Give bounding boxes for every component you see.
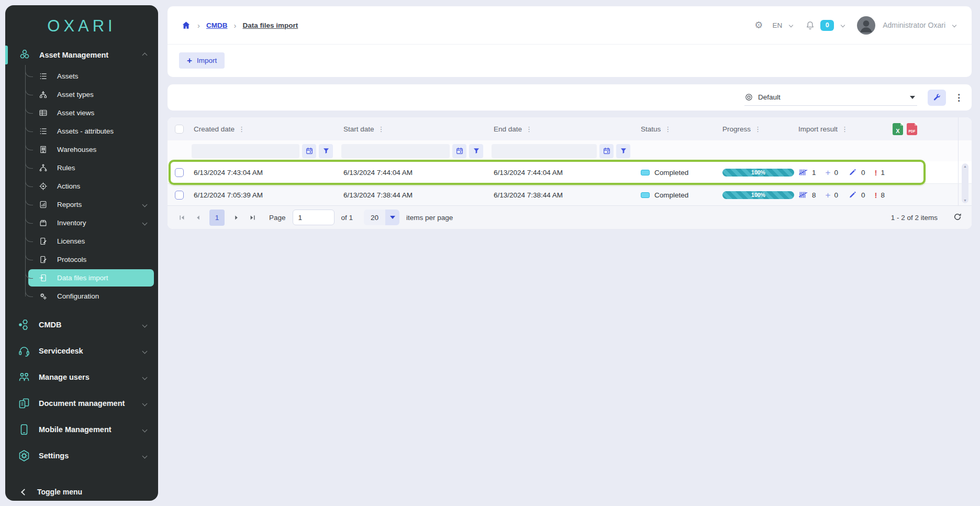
export-excel-icon[interactable]: X (893, 123, 903, 135)
avatar[interactable] (857, 16, 875, 35)
header-checkbox-cell (168, 117, 191, 140)
column-menu-icon[interactable]: ⋮ (754, 125, 761, 133)
sidebar-item-label: Asset views (57, 109, 94, 117)
column-menu-icon[interactable]: ⋮ (378, 125, 385, 133)
sidebar-item-rules[interactable]: Rules (5, 159, 158, 177)
column-header-status[interactable]: Status⋮ (638, 117, 719, 140)
breadcrumb-current[interactable]: Data files import (243, 21, 298, 29)
person-silhouette-icon (857, 16, 875, 35)
last-page-button[interactable] (248, 213, 257, 222)
headset-icon (18, 345, 30, 357)
status-label: Completed (654, 169, 688, 177)
column-header-end-date[interactable]: End date⋮ (491, 117, 638, 140)
chevron-down-icon[interactable] (841, 23, 845, 27)
vertical-scrollbar[interactable]: ▲ ▼ (962, 163, 968, 203)
items-per-page-select[interactable]: 20 (364, 210, 399, 225)
end-date-cell: 6/13/2024 7:38:44 AM (491, 184, 638, 206)
import-table-card: Created date⋮ Start date⋮ End date⋮ Stat… (168, 117, 972, 229)
start-date-filter-button[interactable] (469, 144, 483, 158)
created-date-filter-button[interactable] (319, 144, 333, 158)
sidebar-item-mobile-management[interactable]: Mobile Management (5, 416, 158, 443)
chevron-down-icon[interactable] (789, 23, 793, 27)
edited-count: 0 (848, 168, 865, 177)
processed-count: 8 (798, 191, 816, 199)
column-header-import-result[interactable]: Import result⋮ X PDF (795, 117, 958, 140)
column-label: Import result (798, 125, 838, 133)
start-date-filter-input[interactable] (341, 144, 450, 158)
column-menu-icon[interactable]: ⋮ (238, 125, 245, 133)
list-icon (39, 127, 48, 136)
sidebar-item-protocols[interactable]: Protocols (5, 250, 158, 269)
sidebar-item-assets-attributes[interactable]: Assets - attributes (5, 122, 158, 140)
table-row[interactable]: 6/12/2024 7:05:39 AM 6/13/2024 7:38:44 A… (168, 183, 972, 205)
created-date-filter-input[interactable] (192, 144, 299, 158)
column-header-start-date[interactable]: Start date⋮ (340, 117, 491, 140)
column-menu-icon[interactable]: ⋮ (664, 125, 671, 133)
funnel-icon (322, 147, 330, 155)
import-button[interactable]: + Import (179, 52, 225, 69)
sidebar-item-assets[interactable]: Assets (5, 67, 158, 85)
sidebar-item-asset-types[interactable]: Asset types (5, 85, 158, 104)
view-toolbar-card: Default ⋮ (168, 84, 972, 111)
sidebar-item-servicedesk[interactable]: Servicedesk (5, 338, 158, 364)
column-header-progress[interactable]: Progress⋮ (719, 117, 795, 140)
user-menu[interactable]: Administrator Oxari (883, 21, 945, 29)
sidebar-item-cmdb[interactable]: CMDB (5, 312, 158, 338)
column-menu-icon[interactable]: ⋮ (526, 125, 532, 133)
users-icon (18, 371, 30, 383)
sidebar-item-configuration[interactable]: Configuration (5, 287, 158, 305)
language-selector[interactable]: EN (772, 21, 782, 29)
row-checkbox[interactable] (175, 191, 184, 200)
chevron-down-icon[interactable] (952, 23, 956, 27)
sidebar-item-label: Assets (57, 72, 79, 80)
select-all-checkbox[interactable] (175, 125, 184, 134)
breadcrumb-separator: › (234, 21, 237, 30)
page-number-button[interactable]: 1 (209, 210, 225, 226)
end-date-calendar-button[interactable] (599, 144, 614, 158)
sidebar-item-inventory[interactable]: Inventory (5, 214, 158, 232)
sidebar-item-warehouses[interactable]: Warehouses (5, 140, 158, 159)
added-count: +0 (826, 191, 838, 200)
sidebar-item-settings[interactable]: Settings (5, 443, 158, 469)
table-row[interactable]: 6/13/2024 7:43:04 AM 6/13/2024 7:44:04 A… (168, 161, 972, 183)
export-pdf-icon[interactable]: PDF (907, 123, 917, 135)
refresh-button[interactable] (953, 212, 962, 223)
sidebar-item-document-management[interactable]: Document management (5, 390, 158, 416)
end-date-filter-input[interactable] (492, 144, 597, 158)
chevron-down-icon (142, 221, 148, 226)
sidebar-item-reports[interactable]: Reports (5, 195, 158, 214)
previous-page-button[interactable] (193, 213, 203, 222)
notification-badge[interactable]: 0 (820, 20, 834, 31)
settings-gear-icon[interactable]: ⚙ (754, 19, 763, 31)
end-date-filter-button[interactable] (616, 144, 630, 158)
gear-hexagon-icon (18, 449, 30, 462)
start-date-calendar-button[interactable] (452, 144, 466, 158)
home-icon[interactable] (181, 20, 191, 30)
page-number-input[interactable] (293, 210, 335, 225)
funnel-icon (619, 147, 628, 155)
breadcrumb-link-cmdb[interactable]: CMDB (206, 21, 228, 29)
column-header-created-date[interactable]: Created date⋮ (191, 117, 340, 140)
first-page-button[interactable] (177, 213, 186, 222)
bell-icon[interactable] (805, 20, 815, 30)
toggle-menu-button[interactable]: Toggle menu (5, 480, 158, 501)
sidebar-item-data-files-import[interactable]: Data files import (28, 269, 154, 287)
view-select-dropdown[interactable]: Default (744, 90, 917, 106)
row-checkbox-cell (168, 161, 191, 183)
sidebar-item-licenses[interactable]: Licenses (5, 232, 158, 250)
row-checkbox[interactable] (175, 168, 184, 177)
sidebar-item-manage-users[interactable]: Manage users (5, 364, 158, 390)
column-menu-icon[interactable]: ⋮ (841, 125, 848, 133)
sidebar-item-asset-views[interactable]: Asset views (5, 104, 158, 122)
sidebar-item-actions[interactable]: Actions (5, 177, 158, 195)
count-value: 0 (834, 169, 838, 177)
count-value: 0 (834, 191, 838, 199)
hierarchy-icon (39, 90, 48, 99)
status-completed-icon (641, 192, 650, 198)
more-options-button[interactable]: ⋮ (954, 93, 963, 102)
sidebar-item-asset-management[interactable]: Asset Management (5, 43, 158, 67)
created-date-calendar-button[interactable] (302, 144, 316, 158)
customize-view-button[interactable] (928, 90, 946, 106)
next-page-button[interactable] (231, 213, 241, 222)
next-page-icon (233, 214, 240, 221)
